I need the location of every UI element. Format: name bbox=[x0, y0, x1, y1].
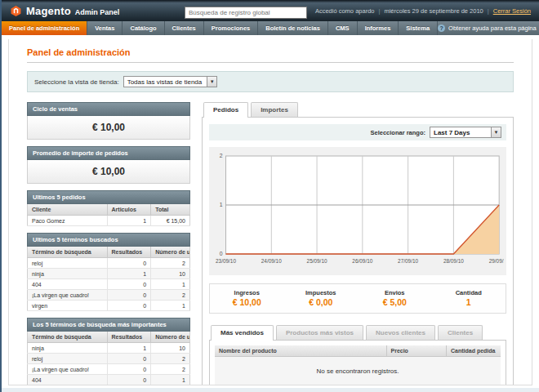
widget-title: Los 5 términos de búsqueda más important… bbox=[27, 318, 190, 332]
table-cell: 0 bbox=[107, 290, 151, 301]
help-link[interactable]: ? Obtener ayuda para esta página bbox=[438, 21, 539, 35]
table-row: ¡La virgen que cuadro!02 bbox=[28, 290, 190, 301]
tab-new-customers[interactable]: Nuevos clientes bbox=[366, 325, 435, 340]
magento-m-icon bbox=[10, 5, 22, 17]
table-header-cell: Precio bbox=[386, 345, 447, 357]
table-header-cell: Resultados bbox=[107, 332, 151, 343]
svg-text:2: 2 bbox=[220, 153, 223, 158]
widget-title: Ultimos 5 términos buscados bbox=[27, 233, 190, 247]
table-row: ninja110 bbox=[28, 343, 190, 354]
nav-item-catalog[interactable]: Catálogo bbox=[122, 21, 164, 35]
nav-item-label: Promociones bbox=[212, 24, 251, 32]
svg-text:28/09/10: 28/09/10 bbox=[443, 258, 464, 264]
table-header-cell: Total bbox=[151, 204, 190, 216]
chevron-down-icon: ▼ bbox=[491, 127, 501, 137]
nav-item-sales[interactable]: Ventas bbox=[87, 21, 122, 35]
table-cell: 2 bbox=[151, 290, 190, 301]
nav-item-label: Ventas bbox=[95, 24, 114, 32]
total-label: Cantidad bbox=[432, 289, 506, 296]
total-value: € 5,00 bbox=[358, 297, 432, 307]
table-header-row: Término de búsquedaResultadosNúmero de u… bbox=[28, 332, 190, 343]
last-search-terms-widget: Ultimos 5 términos buscados Término de b… bbox=[27, 233, 190, 311]
lifetime-sales-widget: Ciclo de ventas € 10,00 bbox=[27, 102, 190, 140]
tab-customers[interactable]: Clientes bbox=[438, 325, 483, 340]
empty-records-message: No se encontraron registros. bbox=[215, 357, 501, 386]
total-tax: Impuestos € 0,00 bbox=[284, 289, 359, 307]
separator: | bbox=[378, 7, 380, 15]
svg-text:27/09/10: 27/09/10 bbox=[398, 258, 418, 264]
table-header-cell: Número de usos bbox=[151, 332, 190, 343]
table-cell: 0 bbox=[107, 375, 151, 385]
nav-item-customers[interactable]: Clientes bbox=[165, 21, 204, 35]
table-header-row: ClienteArticulosTotal bbox=[28, 204, 190, 216]
table-header-cell: Nombre del producto bbox=[215, 345, 386, 357]
global-search-input[interactable] bbox=[185, 7, 307, 19]
svg-text:29/09/10: 29/09/10 bbox=[489, 258, 504, 264]
table-cell: 0 bbox=[107, 364, 151, 375]
table-cell: 10 bbox=[151, 343, 190, 354]
table-cell: virge bbox=[28, 385, 108, 386]
last-orders-table: ClienteArticulosTotalPaco Gomez1€ 15,00 bbox=[27, 204, 190, 226]
total-value: 1 bbox=[432, 297, 506, 307]
tab-most-viewed[interactable]: Productos más vistos bbox=[276, 325, 363, 340]
separator: | bbox=[488, 7, 489, 15]
logout-link[interactable]: Cerrar Sesión bbox=[493, 7, 531, 15]
nav-item-reports[interactable]: Informes bbox=[358, 21, 399, 35]
store-view-select[interactable]: Todas las vistas de tienda ▼ bbox=[123, 76, 218, 87]
table-cell: € 15,00 bbox=[151, 216, 190, 226]
table-header-cell: Cantidad pedida bbox=[447, 345, 501, 357]
widget-title: Ultimos 5 pedidos bbox=[27, 190, 190, 204]
table-cell: Paco Gomez bbox=[28, 216, 108, 226]
lifetime-sales-value: € 10,00 bbox=[27, 116, 190, 140]
tab-orders[interactable]: Pedidos bbox=[203, 102, 248, 118]
tab-amounts[interactable]: Importes bbox=[251, 102, 298, 117]
nav-item-system[interactable]: Sistema bbox=[399, 21, 438, 35]
nav-item-label: Sistema bbox=[406, 24, 430, 32]
table-row: ¡La virgen que cuadro!02 bbox=[28, 364, 190, 375]
table-cell: ¡La virgen que cuadro! bbox=[28, 364, 108, 375]
table-cell: 2 bbox=[151, 258, 190, 269]
table-row: 40401 bbox=[28, 375, 190, 385]
nav-item-label: Informes bbox=[365, 24, 391, 32]
total-label: Impuestos bbox=[284, 289, 359, 296]
tab-label: Más vendidos bbox=[220, 329, 264, 336]
help-icon: ? bbox=[438, 24, 445, 32]
range-value: Last 7 Days bbox=[434, 129, 470, 136]
nav-item-newsletter[interactable]: Boletín de noticias bbox=[258, 21, 328, 35]
total-label: Ingresos bbox=[210, 289, 284, 296]
table-empty-row: No se encontraron registros. bbox=[215, 357, 501, 386]
table-cell: 1 bbox=[107, 343, 151, 354]
top-search-terms-table: Término de búsquedaResultadosNúmero de u… bbox=[27, 332, 190, 385]
nav-item-label: Panel de administración bbox=[9, 24, 79, 32]
store-view-bar: Seleccione la vista de tienda: Todas las… bbox=[27, 71, 514, 92]
nav-item-promotions[interactable]: Promociones bbox=[204, 21, 259, 35]
page-title: Panel de administración bbox=[27, 47, 514, 57]
nav-item-dashboard[interactable]: Panel de administración bbox=[2, 21, 87, 35]
table-row: reloj02 bbox=[28, 258, 190, 269]
page-container: Panel de administración Seleccione la vi… bbox=[8, 39, 532, 385]
current-date: miércoles 29 de septiembre de 2010 bbox=[384, 7, 483, 15]
total-quantity: Cantidad 1 bbox=[432, 289, 506, 307]
nav-item-cms[interactable]: CMS bbox=[328, 21, 358, 35]
table-cell: 1 bbox=[151, 385, 190, 386]
total-value: € 10,00 bbox=[210, 297, 284, 307]
table-header-cell: Número de usos bbox=[151, 247, 190, 258]
tab-label: Productos más vistos bbox=[286, 329, 354, 336]
orders-panel: Seleccionar rango: Last 7 Days ▼ 01223/0… bbox=[202, 117, 514, 385]
tab-label: Importes bbox=[261, 106, 288, 114]
table-cell: virgen bbox=[28, 301, 108, 311]
orders-chart-box: 01223/09/1024/09/1025/09/1026/09/1027/09… bbox=[209, 147, 506, 275]
tab-bestsellers[interactable]: Más vendidos bbox=[211, 325, 274, 341]
table-cell: 1 bbox=[151, 375, 190, 385]
svg-text:24/09/10: 24/09/10 bbox=[261, 258, 282, 264]
magento-logo: Magento Admin Panel bbox=[10, 5, 119, 17]
range-select[interactable]: Last 7 Days ▼ bbox=[430, 127, 501, 138]
table-cell: 2 bbox=[151, 364, 190, 375]
table-cell: ninja bbox=[28, 343, 108, 354]
store-view-value: Todas las vistas de tienda bbox=[127, 78, 203, 86]
table-cell: 2 bbox=[151, 354, 190, 364]
table-cell: reloj bbox=[28, 354, 108, 364]
table-row: virgen01 bbox=[28, 301, 190, 311]
table-cell: 0 bbox=[107, 354, 151, 364]
tab-label: Nuevos clientes bbox=[376, 329, 425, 336]
